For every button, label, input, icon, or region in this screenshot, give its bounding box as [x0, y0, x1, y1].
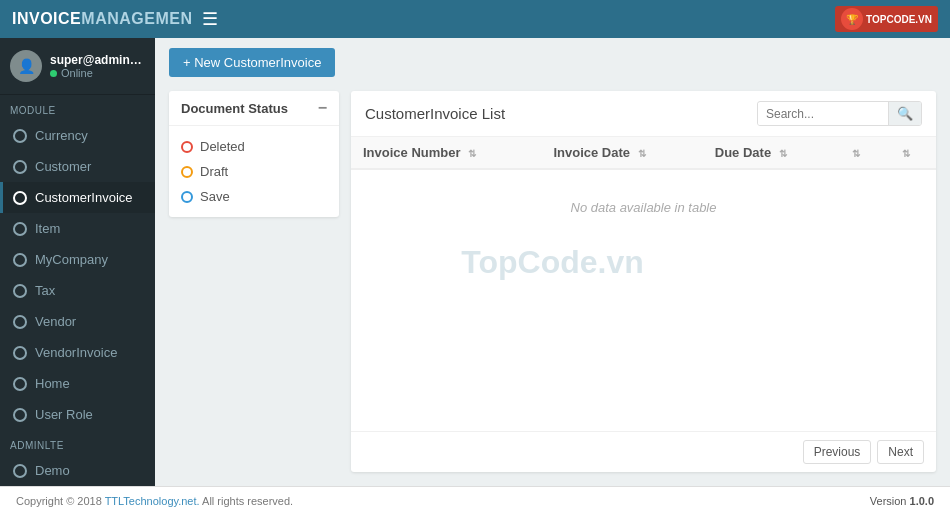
- circle-icon: [13, 222, 27, 236]
- col-invoice-number[interactable]: Invoice Number ⇅: [351, 137, 541, 169]
- invoice-list-title: CustomerInvoice List: [365, 105, 505, 122]
- topcode-logo: 🏆 TOPCODE.VN: [835, 6, 938, 32]
- body-wrapper: 👤 super@admin.com Online MODULE Currency…: [0, 38, 950, 486]
- table-header-row: Invoice Number ⇅ Invoice Date ⇅ Due Date: [351, 137, 936, 169]
- sidebar-item-mycompany[interactable]: MyCompany: [0, 244, 155, 275]
- no-data-message: No data available in table: [351, 169, 936, 245]
- username: super@admin.com: [50, 53, 145, 67]
- top-nav: INVOICEMANAGEMEN ☰ 🏆 TOPCODE.VN: [0, 0, 950, 38]
- sidebar-item-home[interactable]: Home: [0, 368, 155, 399]
- next-button[interactable]: Next: [877, 440, 924, 464]
- col-due-date[interactable]: Due Date ⇅: [703, 137, 836, 169]
- invoice-panel-header: CustomerInvoice List 🔍: [351, 91, 936, 137]
- footer: Copyright © 2018 TTLTechnology.net. All …: [0, 486, 950, 515]
- sort-icon: ⇅: [902, 148, 910, 159]
- filter-card: Document Status − Deleted Draft: [169, 91, 339, 217]
- footer-link[interactable]: TTLTechnology.net.: [105, 495, 200, 507]
- status-dot: [50, 70, 57, 77]
- main-content: + New CustomerInvoice Document Status −: [155, 38, 950, 486]
- sidebar-item-vendor[interactable]: Vendor: [0, 306, 155, 337]
- brand: INVOICEMANAGEMEN: [12, 10, 192, 28]
- sidebar-user: 👤 super@admin.com Online: [0, 38, 155, 95]
- search-button[interactable]: 🔍: [888, 102, 921, 125]
- sidebar-item-item[interactable]: Item: [0, 213, 155, 244]
- sort-icon: ⇅: [638, 148, 646, 159]
- sidebar: 👤 super@admin.com Online MODULE Currency…: [0, 38, 155, 486]
- circle-icon: [13, 160, 27, 174]
- circle-icon: [13, 464, 27, 478]
- radio-draft-icon: [181, 166, 193, 178]
- user-status: Online: [50, 67, 145, 79]
- circle-icon: [13, 408, 27, 422]
- col-extra2[interactable]: ⇅: [886, 137, 936, 169]
- content-area: Document Status − Deleted Draft: [155, 77, 950, 486]
- sort-icon: ⇅: [468, 148, 476, 159]
- adminlte-section-label: ADMINLTE: [0, 430, 155, 455]
- search-input[interactable]: [758, 103, 888, 125]
- previous-button[interactable]: Previous: [803, 440, 872, 464]
- circle-icon: [13, 253, 27, 267]
- filter-option-deleted[interactable]: Deleted: [181, 134, 327, 159]
- new-invoice-button[interactable]: + New CustomerInvoice: [169, 48, 335, 77]
- user-info: super@admin.com Online: [50, 53, 145, 79]
- search-box: 🔍: [757, 101, 922, 126]
- sidebar-item-customerinvoice[interactable]: CustomerInvoice: [0, 182, 155, 213]
- circle-icon: [13, 377, 27, 391]
- sidebar-item-vendorinvoice[interactable]: VendorInvoice: [0, 337, 155, 368]
- pagination: Previous Next: [351, 431, 936, 472]
- filter-header: Document Status −: [169, 91, 339, 126]
- filter-title: Document Status: [181, 101, 288, 116]
- logo-icon: 🏆: [841, 8, 863, 30]
- invoice-panel: CustomerInvoice List 🔍 Invoice Number: [351, 91, 936, 472]
- circle-icon: [13, 346, 27, 360]
- col-invoice-date[interactable]: Invoice Date ⇅: [541, 137, 702, 169]
- sidebar-item-demo[interactable]: Demo: [0, 455, 155, 486]
- circle-icon: [13, 129, 27, 143]
- circle-icon: [13, 191, 27, 205]
- action-bar: + New CustomerInvoice: [155, 38, 950, 77]
- avatar: 👤: [10, 50, 42, 82]
- table-row-empty: No data available in table: [351, 169, 936, 245]
- brand-mgmt: MANAGEMEN: [81, 10, 192, 27]
- footer-copyright: Copyright © 2018 TTLTechnology.net. All …: [16, 495, 293, 507]
- module-section-label: MODULE: [0, 95, 155, 120]
- hamburger-icon[interactable]: ☰: [202, 8, 218, 30]
- filter-collapse-button[interactable]: −: [318, 99, 327, 117]
- invoice-table: Invoice Number ⇅ Invoice Date ⇅ Due Date: [351, 137, 936, 431]
- sidebar-item-tax[interactable]: Tax: [0, 275, 155, 306]
- radio-deleted-icon: [181, 141, 193, 153]
- circle-icon: [13, 284, 27, 298]
- sort-icon: ⇅: [779, 148, 787, 159]
- sort-icon: ⇅: [852, 148, 860, 159]
- filter-option-draft[interactable]: Draft: [181, 159, 327, 184]
- main-content-inner: + New CustomerInvoice Document Status −: [155, 38, 950, 486]
- sidebar-item-customer[interactable]: Customer: [0, 151, 155, 182]
- circle-icon: [13, 315, 27, 329]
- filter-options: Deleted Draft Save: [169, 126, 339, 217]
- brand-inv: INVOICE: [12, 10, 81, 27]
- filter-panel: Document Status − Deleted Draft: [169, 91, 339, 472]
- radio-save-icon: [181, 191, 193, 203]
- sidebar-item-userrole[interactable]: User Role: [0, 399, 155, 430]
- sidebar-item-currency[interactable]: Currency: [0, 120, 155, 151]
- filter-option-save[interactable]: Save: [181, 184, 327, 209]
- footer-version: Version 1.0.0: [870, 495, 934, 507]
- col-extra1[interactable]: ⇅: [836, 137, 886, 169]
